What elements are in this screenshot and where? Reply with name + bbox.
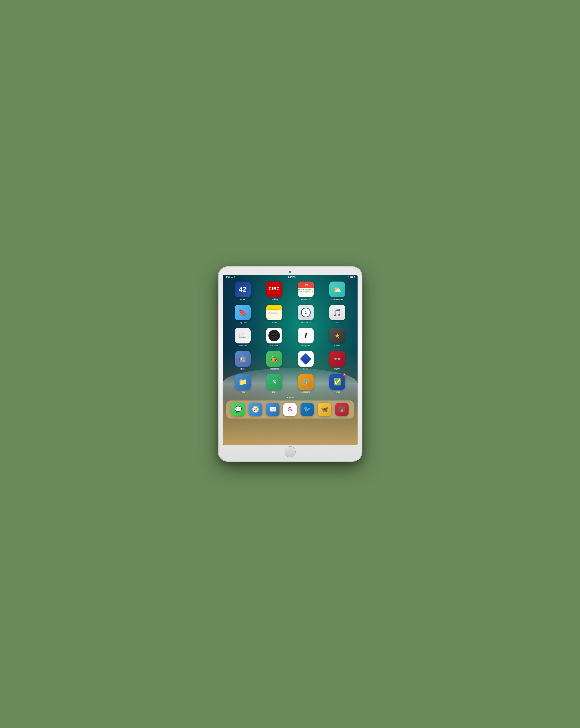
associate-icon: 🔗 [298,374,314,390]
apollo-label: Apollo [240,368,245,370]
app-reeder[interactable]: ★ Reeder [323,328,352,347]
files-icon: 📁 [235,374,251,390]
bear-icon: 🐻 [335,403,348,416]
app-pcalc[interactable]: 42 PCalc [228,282,258,301]
pcalc-icon: 42 [235,282,251,297]
things-label: Things [334,391,340,393]
music-label: Music [335,321,340,323]
app-paper[interactable]: Paper [291,351,321,370]
neubible-label: NeuBible [239,344,247,347]
app-helloweather[interactable]: ⛅ Hello Weather [323,282,352,301]
reeder-label: Reeder [334,344,340,347]
ipad-device: iPad ▲ ⚙ 8:27 PM ✱ 42 PCalc [218,267,362,461]
fantastical-icon: FEB [298,282,314,297]
app-nextdraft[interactable]: 🕶️ NextDraft [260,328,289,347]
dock-messages[interactable]: 💬 [232,403,245,416]
things-icon: ✅ [329,374,345,390]
app-things[interactable]: ✅ 4 Things [323,374,352,393]
associate-label: Associate [301,391,310,393]
app-gladys[interactable]: 👓 Gladys [323,351,352,370]
basecamp-label: Basecamp [269,368,279,370]
app-music[interactable]: 🎵 Music [323,305,352,323]
files-label: Files [241,391,245,393]
onepassword-icon: 1 [298,305,314,320]
bluetooth-icon: ✱ [347,276,349,278]
helloweather-icon: ⛅ [329,282,345,297]
time-display: 8:27 PM [288,276,295,278]
banking-label: Banking [271,298,278,301]
twitterrific-icon: 🐦 [300,403,314,416]
mail-icon: ✉️ [266,403,280,416]
app-apollo[interactable]: 🤖 Apollo [228,351,258,370]
screen: iPad ▲ ⚙ 8:27 PM ✱ 42 PCalc [223,275,358,445]
tes-icon: 🦋 [318,403,331,416]
app-grid: 42 PCalc CIBC Banking FEB [223,279,358,395]
scrobbles-icon: S [283,403,296,416]
onepassword-label: 1Password [301,321,311,323]
wifi-icon: ▲ [231,276,233,278]
dock-twitterrific[interactable]: 🐦 [300,403,314,416]
notes-icon [266,305,282,320]
gladys-icon: 👓 [329,351,345,367]
messages-icon: 💬 [232,403,245,416]
things-badge-wrapper: ✅ 4 [329,374,345,390]
neubible-icon: 📖 [235,328,251,343]
cibc-icon: CIBC [266,282,282,297]
apollo-icon: 🤖 [235,351,251,367]
nextdraft-label: NextDraft [270,344,278,347]
blink-icon: S [266,374,282,390]
pcalc-label: PCalc [240,298,245,301]
dock-scrobbles[interactable]: S [283,403,296,416]
blink-label: Blink [272,391,276,393]
app-associate[interactable]: 🔗 Associate [291,374,321,393]
status-bar: iPad ▲ ⚙ 8:27 PM ✱ [223,275,358,279]
fantastical-label: Fantastical [301,298,311,301]
instapaper-label: Instapaper [301,344,311,347]
app-instapaper[interactable]: I Instapaper [291,328,321,347]
page-dot-2[interactable] [289,397,291,398]
instapaper-icon: I [298,328,314,343]
app-fantastical[interactable]: FEB [291,282,321,301]
battery-icon [350,276,354,278]
paper-icon [298,351,314,367]
music-icon: 🎵 [329,305,345,320]
safari-icon: 🧭 [249,403,262,416]
dock: 💬 🧭 ✉️ S 🐦 [227,400,354,418]
app-blink[interactable]: S Blink [260,374,289,393]
basecamp-icon: 🏕️ [266,351,282,367]
page-dot-1[interactable] [287,397,288,398]
home-button[interactable] [285,447,295,457]
dayone-label: Day One [239,321,247,323]
app-neubible[interactable]: 📖 NeuBible [228,328,258,347]
dock-mail[interactable]: ✉️ [266,403,280,416]
app-basecamp[interactable]: 🏕️ Basecamp [260,351,289,370]
ipad-label: iPad [226,276,230,278]
app-files[interactable]: 📁 Files [228,374,258,393]
app-dayone[interactable]: 🔖 Day One [228,305,258,323]
app-banking[interactable]: CIBC Banking [260,282,289,301]
dock-tes[interactable]: 🦋 [318,403,331,416]
nextdraft-icon: 🕶️ [266,328,282,343]
dock-bear[interactable]: 🐻 [335,403,348,416]
reeder-icon: ★ [329,328,345,343]
paper-label: Paper [303,368,308,370]
status-left: iPad ▲ ⚙ [226,276,236,278]
page-dot-3[interactable] [292,397,294,398]
front-camera [289,271,291,273]
helloweather-label: Hello Weather [331,298,343,301]
page-dots [223,395,358,399]
dayone-icon: 🔖 [235,305,251,320]
things-badge: 4 [343,373,346,376]
notes-label: Notes [272,321,277,323]
status-right: ✱ [347,276,354,278]
dock-safari[interactable]: 🧭 [249,403,262,416]
gladys-label: Gladys [334,368,340,370]
app-notes[interactable]: Notes [260,305,289,323]
bluetooth-indicator: ⚙ [234,276,236,278]
app-1password[interactable]: 1 1Password [291,305,321,323]
